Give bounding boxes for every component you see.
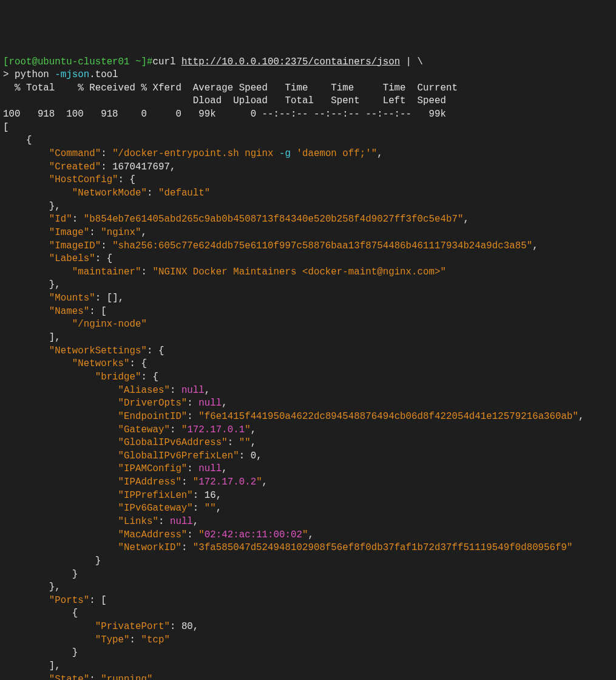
key-labels: "Labels" <box>3 253 95 264</box>
key-driveropts: "DriverOpts" <box>3 398 187 409</box>
json-array-open: [ <box>3 122 8 133</box>
close-bracket: ], <box>3 332 61 343</box>
key-globalipv6prefixlen: "GlobalIPv6PrefixLen" <box>3 450 239 461</box>
val-command-p1: "/docker-entrypoint.sh nginx <box>112 148 279 159</box>
key-macaddress: "MacAddress" <box>3 529 187 540</box>
json-obj-open: { <box>3 135 32 146</box>
close-brace: }, <box>3 201 61 212</box>
key-ipv6gateway: "IPv6Gateway" <box>3 503 193 514</box>
key-maintainer: "maintainer" <box>3 267 141 277</box>
val-names: "/nginx-node" <box>3 319 147 330</box>
val-null: null <box>198 398 222 409</box>
val-command-p2: 'daemon off;'" <box>291 148 377 159</box>
key-ports: "Ports" <box>3 595 89 606</box>
close-brace: } <box>3 556 101 566</box>
key-type: "Type" <box>3 634 130 645</box>
val-maintainer: "NGINX Docker Maintainers <docker-maint@… <box>152 267 445 277</box>
close-brace: }, <box>3 279 61 290</box>
key-ipamconfig: "IPAMConfig" <box>3 463 187 474</box>
close-brace: }, <box>3 582 61 593</box>
val-ipaddress: 172.17.0.2 <box>198 477 256 488</box>
cmd-python: python <box>15 69 55 80</box>
val-command-flag: -g <box>279 148 291 159</box>
cmd-curl: curl <box>152 56 181 67</box>
val-null: null <box>181 385 205 396</box>
key-networksettings: "NetworkSettings" <box>3 345 147 356</box>
curl-progress-header1: % Total % Received % Xferd Average Speed… <box>3 83 458 93</box>
url: http://10.0.0.100:2375/containers/json <box>181 56 400 67</box>
key-id: "Id" <box>3 214 72 225</box>
key-networks: "Networks" <box>3 358 130 369</box>
key-privateport: "PrivatePort" <box>3 621 170 632</box>
val-macaddress: 02:42:ac:11:00:02 <box>205 529 302 540</box>
val-imageid: "sha256:605c77e624ddb75e6110f997c58876ba… <box>112 240 532 251</box>
key-gateway: "Gateway" <box>3 424 170 435</box>
val-ipv6gateway: "" <box>205 503 216 514</box>
curl-progress-line: 100 918 100 918 0 0 99k 0 --:--:-- --:--… <box>3 109 446 120</box>
key-networkid: "NetworkID" <box>3 542 181 553</box>
ports-obj-open: { <box>3 608 78 619</box>
val-type: "tcp" <box>141 634 170 645</box>
val-state: "running" <box>101 674 152 680</box>
key-names: "Names" <box>3 306 89 317</box>
continuation-prompt: > <box>3 69 15 80</box>
close-bracket: ], <box>3 661 61 672</box>
val-created: 1670417697 <box>112 162 170 172</box>
key-command: "Command" <box>3 148 101 159</box>
key-ipprefixlen: "IPPrefixLen" <box>3 490 193 501</box>
key-aliases: "Aliases" <box>3 385 170 396</box>
key-networkmode: "NetworkMode" <box>3 188 147 199</box>
close-brace: } <box>3 647 78 658</box>
key-mounts: "Mounts" <box>3 293 95 304</box>
key-bridge: "bridge" <box>3 372 141 382</box>
key-created: "Created" <box>3 162 101 172</box>
val-id: "b854eb7e61405abd265c9ab0b4508713f84340e… <box>84 214 464 225</box>
key-endpointid: "EndpointID" <box>3 411 187 422</box>
val-networkid: "3fa585047d524948102908f56ef8f0db37faf1b… <box>193 542 573 553</box>
close-brace: } <box>3 569 78 580</box>
key-state: "State" <box>3 674 89 680</box>
val-mounts: [] <box>107 293 118 304</box>
key-links: "Links" <box>3 516 158 527</box>
key-ipaddress: "IPAddress" <box>3 477 181 488</box>
val-networkmode: "default" <box>158 188 210 199</box>
key-image: "Image" <box>3 227 89 238</box>
prompt: [root@ubuntu-cluster01 ~]# <box>3 56 152 67</box>
key-globalipv6address: "GlobalIPv6Address" <box>3 437 228 448</box>
key-hostconfig: "HostConfig" <box>3 174 118 185</box>
pipe: | \ <box>400 56 423 67</box>
curl-progress-header2: Dload Upload Total Spent Left Speed <box>3 95 446 106</box>
val-gateway: 172.17.0.1 <box>187 424 245 435</box>
val-null: null <box>170 516 193 527</box>
val-null: null <box>198 463 222 474</box>
val-ipprefixlen: 16 <box>205 490 216 501</box>
val-globalipv6address: "" <box>239 437 251 448</box>
val-globalipv6prefixlen: 0 <box>251 450 256 461</box>
key-imageid: "ImageID" <box>3 240 101 251</box>
val-endpointid: "f6e1415f441950a4622dc894548876494cb06d8… <box>198 411 578 422</box>
tool-suffix: .tool <box>89 69 118 80</box>
flag-mjson: -mjson <box>55 69 89 80</box>
val-image: "nginx" <box>101 227 141 238</box>
val-privateport: 80 <box>181 621 193 632</box>
terminal-output[interactable]: [root@ubuntu-cluster01 ~]#curl http://10… <box>3 56 613 680</box>
